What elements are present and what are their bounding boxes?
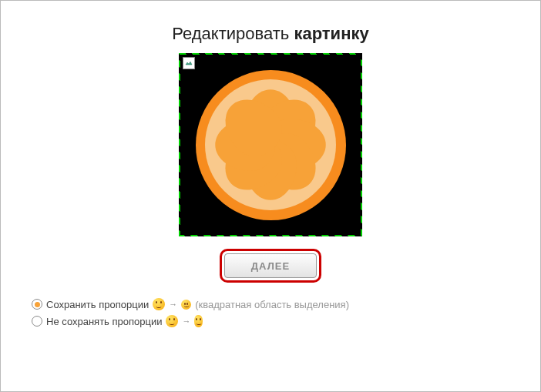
radio-no-keep-proportions[interactable] <box>32 316 42 327</box>
option-keep-proportions-row: Сохранить пропорции → (квадратная област… <box>32 298 509 310</box>
option-no-keep-proportions-row: Не сохранять пропорции → <box>32 315 509 327</box>
next-button-highlight: ДАЛЕЕ <box>220 249 321 283</box>
next-button[interactable]: ДАЛЕЕ <box>224 253 317 278</box>
label-keep-proportions: Сохранить пропорции <box>46 299 149 310</box>
broken-image-icon <box>183 57 195 69</box>
smiley-small-round-icon <box>181 300 191 310</box>
arrow-icon: → <box>182 317 190 326</box>
title-part1: Редактировать <box>172 24 289 43</box>
smiley-round-icon <box>166 315 178 327</box>
radio-keep-proportions[interactable] <box>32 299 42 310</box>
proportion-options: Сохранить пропорции → (квадратная област… <box>32 298 509 327</box>
label-no-keep-proportions: Не сохранять пропорции <box>46 316 162 327</box>
smiley-round-icon <box>153 298 165 310</box>
hint-text: (квадратная область выделения) <box>195 299 349 310</box>
preview-image <box>196 70 346 220</box>
page-title: Редактировать картинку <box>32 24 509 44</box>
title-part2: картинку <box>294 24 368 43</box>
smiley-tall-icon <box>194 315 203 327</box>
arrow-icon: → <box>169 300 177 309</box>
image-crop-area[interactable] <box>179 53 362 236</box>
